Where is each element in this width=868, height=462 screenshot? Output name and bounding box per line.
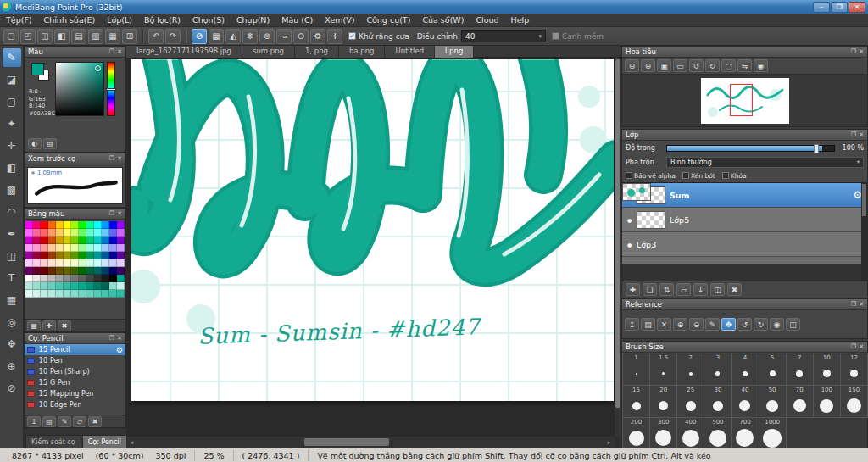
palette-swatch[interactable] (25, 221, 33, 229)
palette-swatch[interactable] (109, 275, 117, 282)
brush-size-option[interactable]: 3 (704, 353, 732, 386)
ref-rotate-right-icon[interactable]: ↻ (754, 318, 768, 331)
menu-item[interactable]: Chỉnh sửa(E) (38, 14, 102, 27)
panel-float-icon[interactable]: ❐ (851, 301, 856, 308)
palette-swatch[interactable] (33, 290, 41, 298)
palette-swatch[interactable] (33, 252, 41, 259)
brush-size-option[interactable]: 70 (786, 385, 814, 418)
brush-size-option[interactable]: 12 (840, 353, 868, 386)
canvas-tab[interactable]: Untitled (385, 46, 435, 58)
palette-swatch[interactable] (79, 290, 86, 298)
brush-size-option[interactable]: 20 (649, 385, 677, 418)
panel-float-icon[interactable]: ❐ (109, 210, 114, 217)
snap-concentric-icon[interactable]: ⊚ (259, 29, 275, 44)
panel-close-icon[interactable]: ✕ (859, 131, 864, 138)
menu-item[interactable]: Chụp(N) (231, 14, 275, 27)
navigator-thumbnail[interactable] (701, 78, 789, 124)
canvas-tab[interactable]: ha.png (339, 46, 385, 58)
palette-swatch[interactable] (64, 252, 71, 259)
palette-swatch[interactable] (94, 275, 102, 282)
palette-swatch[interactable] (48, 275, 56, 282)
palette-swatch[interactable] (86, 267, 94, 275)
palette-swatch[interactable] (102, 244, 109, 252)
panel-float-icon[interactable]: ❐ (109, 335, 114, 342)
layer-item-partial[interactable] (622, 257, 867, 264)
palette-swatch[interactable] (94, 290, 102, 298)
magic-wand-tool[interactable]: ✦ (3, 114, 21, 133)
minimize-button[interactable]: – (813, 2, 830, 13)
brush-size-option[interactable]: 100 (813, 385, 841, 418)
palette-swatch[interactable] (109, 229, 117, 237)
palette-swatch[interactable] (71, 290, 79, 298)
brush-size-option[interactable]: 40 (731, 385, 759, 418)
palette-swatch[interactable] (102, 252, 109, 259)
palette-swatch[interactable] (71, 275, 79, 282)
brush-size-option[interactable]: 1 (622, 353, 650, 386)
menu-item[interactable]: Cloud (470, 14, 504, 27)
menu-item[interactable]: Bộ lọc(R) (138, 14, 186, 27)
menu-item[interactable]: Chọn(S) (186, 14, 231, 27)
canvas-tab[interactable]: sum.png (242, 46, 295, 58)
palette-swatch[interactable] (117, 244, 125, 252)
palette-swatch[interactable] (86, 237, 94, 244)
palette-swatch[interactable] (33, 259, 41, 267)
horizontal-scrollbar-handle[interactable] (304, 438, 389, 446)
palette-swatch[interactable] (109, 237, 117, 244)
brush-size-option[interactable]: 4 (731, 353, 759, 386)
layer-visibility-icon[interactable]: ● (627, 217, 632, 223)
palette-swatch[interactable] (86, 275, 94, 282)
layer-option-checkbox[interactable]: Bảo vệ alpha (626, 172, 676, 180)
palette-swatch[interactable] (117, 267, 125, 275)
panel-float-icon[interactable]: ❐ (109, 48, 114, 55)
palette-swatch[interactable] (33, 237, 41, 244)
palette-swatch[interactable] (102, 221, 109, 229)
move-layer-button[interactable]: ⇅ (659, 283, 674, 296)
ref-rotate-left-icon[interactable]: ↺ (737, 318, 752, 331)
palette-swatch[interactable] (86, 229, 94, 237)
brush-size-option[interactable]: 1000 (759, 417, 787, 450)
palette-swatch[interactable] (109, 221, 117, 229)
palette-swatch[interactable] (117, 259, 125, 267)
palette-swatch[interactable] (48, 237, 56, 244)
palette-swatch[interactable] (56, 282, 64, 290)
panel-close-icon[interactable]: ✕ (859, 48, 864, 55)
ref-eyedropper-icon[interactable]: ✎ (705, 318, 720, 331)
brush-size-option[interactable]: 7 (786, 353, 814, 386)
palette-swatch[interactable] (41, 290, 48, 298)
palette-swatch[interactable] (86, 259, 94, 267)
move-tool[interactable]: ✛ (3, 136, 21, 155)
delete-layer-button[interactable]: ✖ (727, 283, 742, 296)
canvas-viewport[interactable]: Sum - Sumsin - #hd247 (126, 58, 615, 437)
palette-swatch[interactable] (56, 275, 64, 282)
palette-swatch[interactable] (64, 221, 71, 229)
palette-swatch[interactable] (94, 259, 102, 267)
palette-swatch[interactable] (33, 282, 41, 290)
palette-swatch[interactable] (25, 267, 33, 275)
frame-divide-tool[interactable]: ▦ (3, 291, 21, 309)
menu-item[interactable]: Xem(V) (319, 14, 360, 27)
panel-close-icon[interactable]: ✕ (859, 301, 864, 308)
brush-upload-icon[interactable]: ↥ (27, 416, 41, 427)
palette-swatch[interactable] (64, 229, 71, 237)
color-picker-marker[interactable] (95, 65, 101, 71)
palette-swatch[interactable] (25, 252, 33, 259)
palette-swatch[interactable] (56, 252, 64, 259)
palette-swatch[interactable] (109, 259, 117, 267)
lasso-tool[interactable]: ◠ (3, 203, 21, 221)
palette-swatch[interactable] (48, 290, 56, 298)
palette-swatch[interactable] (33, 244, 41, 252)
brush-menu-icon[interactable]: ▤ (42, 416, 56, 427)
snap-tool[interactable]: ⊘ (3, 379, 21, 398)
brush-size-option[interactable]: 500 (704, 417, 732, 450)
palette-swatch[interactable] (71, 259, 79, 267)
snap-off-icon[interactable]: ⊘ (192, 29, 207, 44)
palette-swatch[interactable] (64, 267, 71, 275)
brush-item[interactable]: 10 Pen (Sharp) ⚙ (25, 366, 125, 377)
nav-rotate-left-icon[interactable]: ↺ (689, 59, 704, 72)
snap-curve-icon[interactable]: ↝ (276, 29, 292, 44)
menu-item[interactable]: Công cụ(T) (360, 14, 416, 27)
palette-swatch[interactable] (33, 229, 41, 237)
palette-swatch[interactable] (64, 290, 71, 298)
palette-swatch[interactable] (25, 229, 33, 237)
color-slider-icon[interactable]: ▤ (43, 138, 57, 149)
